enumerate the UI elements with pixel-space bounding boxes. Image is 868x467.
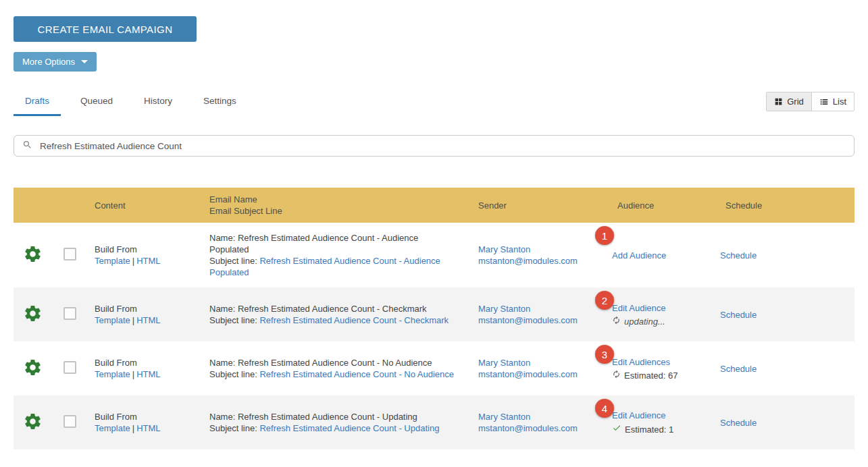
- subject-link[interactable]: Refresh Estimated Audience Count - Updat…: [259, 423, 439, 433]
- audience-status-text: updating...: [624, 316, 665, 327]
- schedule-link[interactable]: Schedule: [720, 250, 757, 260]
- subject-label: Subject line:: [209, 315, 259, 325]
- tabs-row: Drafts Queued History Settings Grid List: [14, 89, 854, 116]
- subject-label: Subject line:: [209, 256, 259, 266]
- sender-name-link[interactable]: Mary Stanton: [478, 358, 530, 368]
- build-from-label: Build From: [95, 244, 186, 255]
- email-name: Name: Refresh Estimated Audience Count -…: [209, 303, 455, 314]
- email-name: Name: Refresh Estimated Audience Count -…: [209, 411, 455, 422]
- subject-link[interactable]: Refresh Estimated Audience Count - No Au…: [259, 369, 454, 379]
- step-badge: 4: [595, 399, 614, 418]
- sender-email-link[interactable]: mstanton@imodules.com: [478, 423, 578, 433]
- list-icon: [819, 97, 829, 107]
- gear-icon[interactable]: [23, 412, 43, 434]
- step-badge: 3: [595, 345, 614, 364]
- build-from-label: Build From: [95, 357, 186, 368]
- search-icon: [22, 140, 32, 153]
- column-header-audience: Audience: [605, 188, 713, 223]
- more-options-button[interactable]: More Options: [14, 52, 97, 72]
- template-link[interactable]: Template: [95, 369, 130, 379]
- sender-name-link[interactable]: Mary Stanton: [478, 244, 530, 254]
- sender-name-link[interactable]: Mary Stanton: [478, 304, 530, 314]
- column-header-checkbox: [51, 188, 88, 223]
- html-link[interactable]: HTML: [136, 423, 160, 433]
- row-checkbox[interactable]: [63, 248, 76, 260]
- pipe-separator: |: [132, 369, 134, 379]
- list-view-label: List: [833, 97, 846, 107]
- column-header-schedule: Schedule: [713, 188, 854, 223]
- table-header-row: Content Email Name Email Subject Line Se…: [14, 188, 854, 223]
- add-audience-link[interactable]: Add Audience: [612, 250, 666, 260]
- tab-queued[interactable]: Queued: [69, 89, 124, 116]
- list-view-button[interactable]: List: [811, 92, 854, 111]
- refresh-icon[interactable]: [612, 370, 621, 381]
- html-link[interactable]: HTML: [136, 315, 160, 325]
- table-row: Build From Template|HTML Name: Refresh E…: [14, 395, 854, 449]
- row-checkbox[interactable]: [63, 361, 76, 374]
- html-link[interactable]: HTML: [136, 369, 160, 379]
- subject-label: Subject line:: [209, 423, 259, 433]
- schedule-link[interactable]: Schedule: [720, 364, 757, 374]
- schedule-link[interactable]: Schedule: [720, 310, 757, 320]
- tab-history[interactable]: History: [132, 89, 184, 116]
- table-row: Build From Template|HTML Name: Refresh E…: [14, 223, 854, 287]
- pipe-separator: |: [132, 315, 134, 325]
- build-from-label: Build From: [95, 303, 186, 314]
- step-badge: 2: [595, 291, 614, 310]
- html-link[interactable]: HTML: [136, 256, 160, 266]
- row-checkbox[interactable]: [63, 415, 76, 428]
- template-link[interactable]: Template: [95, 256, 130, 266]
- pipe-separator: |: [132, 256, 134, 266]
- column-header-gear: [14, 188, 51, 223]
- pipe-separator: |: [132, 423, 134, 433]
- column-header-email: Email Name Email Subject Line: [203, 188, 471, 223]
- gear-icon[interactable]: [23, 304, 43, 326]
- row-checkbox[interactable]: [63, 307, 76, 320]
- subject-link[interactable]: Refresh Estimated Audience Count - Check…: [259, 315, 449, 325]
- sender-name-link[interactable]: Mary Stanton: [478, 412, 530, 422]
- template-link[interactable]: Template: [95, 423, 130, 433]
- edit-audience-link[interactable]: Edit Audience: [612, 410, 666, 420]
- email-campaigns-page: CREATE EMAIL CAMPAIGN More Options Draft…: [0, 16, 868, 449]
- table-row: Build From Template|HTML Name: Refresh E…: [14, 341, 854, 395]
- grid-icon: [774, 97, 783, 106]
- audience-status-text: Estimated: 67: [624, 370, 678, 381]
- sender-email-link[interactable]: mstanton@imodules.com: [478, 369, 578, 379]
- build-from-label: Build From: [95, 411, 186, 422]
- refresh-icon[interactable]: [612, 316, 621, 327]
- grid-view-button[interactable]: Grid: [767, 92, 811, 111]
- step-badge: 1: [595, 226, 614, 245]
- caret-down-icon: [81, 60, 88, 63]
- tab-drafts[interactable]: Drafts: [14, 89, 61, 116]
- column-header-content: Content: [88, 188, 203, 223]
- audience-status-text: Estimated: 1: [625, 424, 673, 435]
- search-input[interactable]: [39, 140, 846, 152]
- gear-icon[interactable]: [23, 358, 43, 380]
- column-header-sender: Sender: [471, 188, 605, 223]
- sender-email-link[interactable]: mstanton@imodules.com: [478, 315, 578, 325]
- tab-settings[interactable]: Settings: [192, 89, 248, 116]
- template-link[interactable]: Template: [95, 315, 130, 325]
- grid-view-label: Grid: [787, 97, 804, 107]
- table-row: Build From Template|HTML Name: Refresh E…: [14, 287, 854, 341]
- edit-audiences-link[interactable]: Edit Audiences: [612, 357, 670, 367]
- edit-audience-link[interactable]: Edit Audience: [612, 303, 666, 313]
- email-name: Name: Refresh Estimated Audience Count -…: [209, 357, 455, 368]
- view-toggle: Grid List: [766, 92, 854, 111]
- subject-label: Subject line:: [209, 369, 259, 379]
- campaigns-table: Content Email Name Email Subject Line Se…: [14, 188, 854, 449]
- check-icon: [612, 423, 621, 435]
- schedule-link[interactable]: Schedule: [720, 418, 757, 428]
- search-bar: [14, 135, 854, 157]
- more-options-label: More Options: [22, 57, 75, 67]
- gear-icon[interactable]: [23, 244, 43, 267]
- create-email-campaign-button[interactable]: CREATE EMAIL CAMPAIGN: [14, 16, 197, 42]
- sender-email-link[interactable]: mstanton@imodules.com: [478, 256, 578, 266]
- tabs: Drafts Queued History Settings: [14, 89, 256, 116]
- email-name: Name: Refresh Estimated Audience Count -…: [209, 232, 455, 255]
